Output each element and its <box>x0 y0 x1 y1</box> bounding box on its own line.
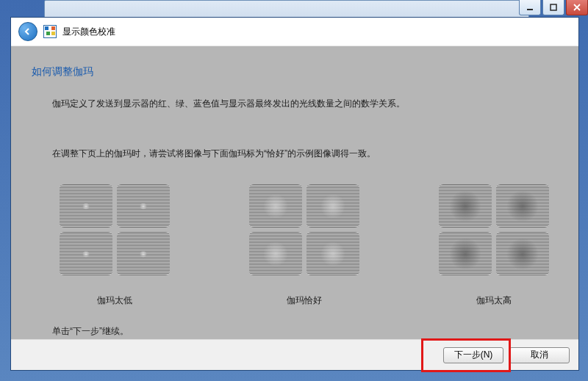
gamma-caption-high: 伽玛太高 <box>476 294 512 307</box>
window-header: 显示颜色校准 <box>11 18 578 46</box>
paragraph-1: 伽玛定义了发送到显示器的红、绿、蓝色值与显示器最终发出的光线数量之间的数学关系。 <box>52 98 556 110</box>
app-icon <box>43 25 57 38</box>
minimize-icon <box>526 4 534 11</box>
gamma-sample-good <box>242 178 367 281</box>
app-title: 显示颜色校准 <box>62 26 115 38</box>
close-button[interactable] <box>566 0 588 15</box>
wizard-footer: 下一步(N) 取消 <box>11 339 578 370</box>
page-heading: 如何调整伽玛 <box>32 65 93 79</box>
cancel-button[interactable]: 取消 <box>509 347 570 363</box>
gamma-example-high: 伽玛太高 <box>431 178 556 307</box>
gamma-example-good: 伽玛恰好 <box>242 178 367 307</box>
wizard-window: 显示颜色校准 如何调整伽玛 伽玛定义了发送到显示器的红、绿、蓝色值与显示器最终发… <box>10 17 579 371</box>
svg-rect-1 <box>551 4 556 10</box>
gamma-sample-low <box>52 178 177 281</box>
gamma-sample-high <box>431 178 556 281</box>
maximize-icon <box>550 4 557 11</box>
paragraph-2: 在调整下页上的伽玛时，请尝试将图像与下面伽玛标为“恰好”的示例图像调得一致。 <box>52 148 556 160</box>
svg-rect-0 <box>527 9 533 10</box>
minimize-button[interactable] <box>519 0 541 15</box>
maximize-button[interactable] <box>542 0 564 15</box>
paragraph-3: 单击“下一步”继续。 <box>52 325 556 338</box>
next-button[interactable]: 下一步(N) <box>443 347 503 363</box>
gamma-example-low: 伽玛太低 <box>52 178 177 307</box>
gamma-examples-row: 伽玛太低 伽玛恰好 <box>52 178 556 307</box>
back-arrow-icon <box>24 27 32 36</box>
wizard-content: 如何调整伽玛 伽玛定义了发送到显示器的红、绿、蓝色值与显示器最终发出的光线数量之… <box>11 46 578 339</box>
gamma-caption-low: 伽玛太低 <box>97 294 132 307</box>
close-icon <box>573 4 581 11</box>
back-button[interactable] <box>18 22 37 41</box>
gamma-caption-good: 伽玛恰好 <box>287 294 322 307</box>
window-titlebar-buttons <box>517 0 588 15</box>
